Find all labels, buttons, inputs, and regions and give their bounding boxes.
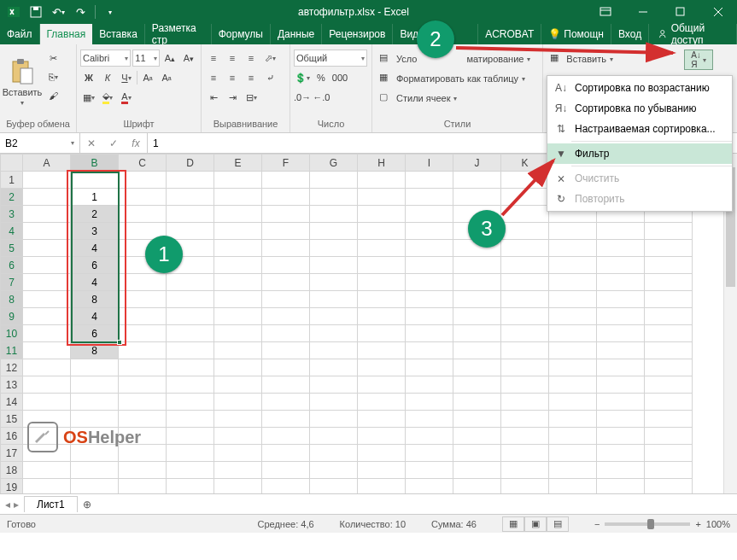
- increase-decimal[interactable]: .0→: [294, 89, 311, 106]
- cell[interactable]: [406, 376, 453, 394]
- qat-undo[interactable]: ↶▾: [48, 2, 68, 22]
- cell[interactable]: [23, 172, 71, 189]
- cell[interactable]: [23, 376, 71, 394]
- row-header[interactable]: 7: [1, 274, 23, 291]
- cell[interactable]: [310, 479, 358, 494]
- cell[interactable]: [406, 462, 453, 479]
- row-header[interactable]: 9: [1, 308, 23, 325]
- cell[interactable]: [167, 359, 214, 376]
- cell[interactable]: [501, 189, 549, 206]
- cell[interactable]: [23, 257, 71, 274]
- cell[interactable]: [310, 308, 358, 325]
- row-header[interactable]: 8: [1, 291, 23, 308]
- cell[interactable]: [358, 291, 406, 308]
- cell[interactable]: [453, 428, 501, 445]
- cell[interactable]: [597, 257, 645, 274]
- cell[interactable]: [310, 189, 358, 206]
- cell[interactable]: [214, 274, 262, 291]
- cell[interactable]: [645, 342, 693, 359]
- cell[interactable]: [167, 172, 214, 189]
- cell[interactable]: [262, 291, 310, 308]
- cell[interactable]: [645, 445, 693, 462]
- cell[interactable]: [358, 428, 406, 445]
- row-header[interactable]: 1: [1, 172, 23, 189]
- cell[interactable]: [167, 206, 214, 223]
- percent-button[interactable]: %: [313, 69, 330, 86]
- row-header[interactable]: 14: [1, 394, 23, 411]
- cell[interactable]: [549, 376, 597, 394]
- row-header[interactable]: 6: [1, 257, 23, 274]
- currency-button[interactable]: 💲▾: [294, 69, 311, 86]
- cell[interactable]: [214, 479, 262, 494]
- tab-review[interactable]: Рецензиров: [322, 24, 393, 44]
- cell[interactable]: [645, 376, 693, 394]
- zoom-slider[interactable]: [605, 522, 690, 526]
- cell[interactable]: [23, 308, 71, 325]
- cell[interactable]: [597, 240, 645, 257]
- cell[interactable]: [549, 359, 597, 376]
- decrease-indent[interactable]: ⇤: [205, 89, 222, 106]
- decrease-decimal[interactable]: ←.0: [313, 89, 330, 106]
- menu-sort-desc[interactable]: Я↓Сортировка по убыванию: [547, 98, 732, 119]
- cell[interactable]: [214, 172, 262, 189]
- cell[interactable]: [214, 342, 262, 359]
- font-size-combo[interactable]: 11▾: [132, 50, 160, 67]
- cell[interactable]: [501, 428, 549, 445]
- sheet-nav-next[interactable]: ▸: [14, 499, 19, 510]
- cell[interactable]: 6: [71, 325, 119, 342]
- cell[interactable]: [549, 257, 597, 274]
- cell[interactable]: [453, 325, 501, 342]
- cell[interactable]: [358, 325, 406, 342]
- cell[interactable]: 2: [71, 206, 119, 223]
- cell[interactable]: [119, 206, 167, 223]
- superscript-button[interactable]: Aa: [139, 69, 156, 86]
- italic-button[interactable]: К: [99, 69, 116, 86]
- row-header[interactable]: 18: [1, 462, 23, 479]
- cell[interactable]: [262, 394, 310, 411]
- cell[interactable]: [119, 394, 167, 411]
- maximize-button[interactable]: [662, 0, 699, 24]
- cell[interactable]: [549, 308, 597, 325]
- cell[interactable]: [262, 257, 310, 274]
- cell[interactable]: [310, 445, 358, 462]
- row-header[interactable]: 5: [1, 240, 23, 257]
- cell[interactable]: [23, 342, 71, 359]
- cell[interactable]: [358, 274, 406, 291]
- cell[interactable]: [358, 479, 406, 494]
- cell[interactable]: [549, 291, 597, 308]
- cell[interactable]: [645, 462, 693, 479]
- cell[interactable]: [167, 428, 214, 445]
- cell[interactable]: [119, 479, 167, 494]
- row-header[interactable]: 15: [1, 411, 23, 428]
- cell[interactable]: [597, 342, 645, 359]
- menu-clear[interactable]: ⨯Очистить: [547, 168, 732, 189]
- share-button[interactable]: Общий доступ: [649, 24, 737, 44]
- cell[interactable]: [310, 359, 358, 376]
- qat-save[interactable]: [26, 2, 46, 22]
- cell[interactable]: [406, 240, 453, 257]
- cell[interactable]: [358, 359, 406, 376]
- cell[interactable]: [645, 240, 693, 257]
- cell[interactable]: [167, 223, 214, 240]
- cell[interactable]: [119, 325, 167, 342]
- cell[interactable]: [501, 172, 549, 189]
- comma-button[interactable]: 000: [331, 69, 348, 86]
- cell[interactable]: [645, 325, 693, 342]
- row-header[interactable]: 16: [1, 428, 23, 445]
- cell[interactable]: [501, 223, 549, 240]
- cell[interactable]: [262, 240, 310, 257]
- cell[interactable]: [645, 257, 693, 274]
- accept-formula[interactable]: ✓: [102, 137, 125, 149]
- increase-font[interactable]: A▴: [161, 50, 178, 67]
- cell[interactable]: [23, 325, 71, 342]
- row-header[interactable]: 19: [1, 479, 23, 494]
- paste-button[interactable]: Вставить ▾: [3, 46, 41, 118]
- cell[interactable]: [501, 308, 549, 325]
- cell[interactable]: [23, 394, 71, 411]
- cell[interactable]: [597, 394, 645, 411]
- column-header[interactable]: H: [358, 155, 406, 172]
- cell[interactable]: [167, 394, 214, 411]
- cell[interactable]: [23, 479, 71, 494]
- cell[interactable]: [214, 376, 262, 394]
- copy-button[interactable]: ⎘▾: [44, 68, 61, 85]
